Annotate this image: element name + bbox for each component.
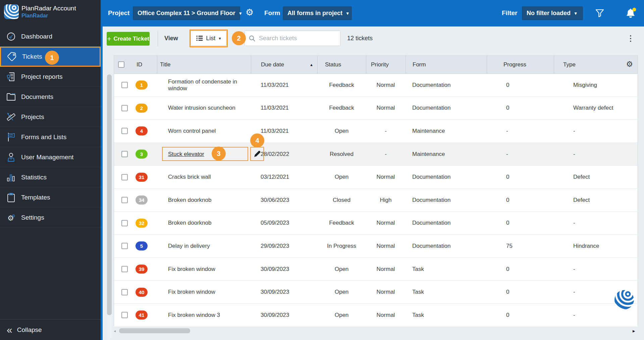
project-settings-gear-icon[interactable]: ⚙: [246, 8, 254, 17]
row-checkbox[interactable]: [121, 266, 128, 272]
column-header-type[interactable]: Type: [554, 56, 638, 73]
table-row[interactable]: 31 Cracks brick wall 03/12/2021 Open Nor…: [114, 166, 638, 189]
ticket-title[interactable]: Fix broken window: [168, 266, 215, 273]
create-ticket-button[interactable]: + Create Ticket: [107, 32, 150, 46]
ticket-form: Maintenance: [406, 143, 487, 166]
ticket-priority: Normal: [366, 212, 406, 235]
ticket-progress: -: [487, 120, 554, 143]
ticket-priority: -: [366, 120, 406, 143]
sidebar-item-tickets[interactable]: Tickets 1: [0, 47, 101, 67]
notifications-bell-icon[interactable]: [624, 7, 636, 20]
sidebar-item-dashboard[interactable]: Dashboard: [0, 26, 101, 47]
chevron-down-icon: ▾: [575, 11, 577, 16]
ticket-id-badge: 34: [136, 195, 148, 205]
ticket-form: Documentation: [406, 235, 487, 258]
filter-selector[interactable]: No filter loaded ▾: [522, 6, 583, 20]
vertical-scrollbar-thumb[interactable]: [107, 74, 112, 315]
ticket-title[interactable]: Delay in delivery: [168, 243, 210, 249]
ticket-status: Open: [317, 281, 366, 303]
scroll-left-arrow-icon[interactable]: ◂: [114, 329, 116, 333]
row-checkbox[interactable]: [121, 128, 128, 134]
ticket-title[interactable]: Water intrusion scuncheon: [168, 105, 235, 111]
planradar-logo-icon: [4, 4, 19, 20]
sidebar-item-projects[interactable]: Projects: [0, 107, 101, 127]
form-selector[interactable]: All forms in project ▾: [283, 6, 352, 20]
row-checkbox[interactable]: [121, 151, 128, 157]
view-mode-dropdown[interactable]: List ▾: [191, 31, 227, 46]
horizontal-scrollbar-thumb[interactable]: [119, 328, 190, 333]
sidebar-item-templates[interactable]: Templates: [0, 187, 101, 208]
row-checkbox[interactable]: [121, 243, 128, 249]
account-header[interactable]: PlanRadar Account PlanRadar: [0, 0, 101, 26]
table-row[interactable]: 32 Broken doorknob 05/09/2023 Feedback N…: [114, 212, 638, 235]
table-header: ID Title Due date ▲ Status Priority Form…: [114, 56, 638, 74]
table-row[interactable]: 3 Stuck elevator 28/02/2022 Resolved - M…: [114, 143, 638, 166]
project-selector[interactable]: Office Complex 11 > Ground Floor ▾: [133, 6, 240, 20]
select-all-checkbox[interactable]: [118, 61, 124, 68]
kebab-menu-icon[interactable]: [627, 32, 634, 45]
ticket-due-date: 11/03/2021: [251, 74, 317, 97]
account-subtitle: PlanRadar: [21, 13, 48, 19]
column-header-progress[interactable]: Progress: [487, 56, 554, 73]
table-row[interactable]: 1 Formation of condensate in window 11/0…: [114, 74, 638, 97]
ticket-title[interactable]: Stuck elevator: [168, 151, 204, 158]
gauge-icon: [6, 32, 16, 42]
row-checkbox[interactable]: [121, 174, 128, 180]
ticket-form: Documentation: [406, 97, 487, 120]
table-row[interactable]: 34 Broken doorknob 30/06/2023 Closed Hig…: [114, 189, 638, 212]
ticket-type: -: [554, 143, 638, 166]
row-checkbox[interactable]: [121, 312, 128, 318]
vertical-scrollbar[interactable]: [107, 74, 112, 340]
ticket-type: Misgiving: [554, 74, 638, 97]
sidebar-collapse-button[interactable]: « Collapse: [0, 319, 101, 340]
ticket-progress: 0: [487, 74, 554, 97]
ticket-id-badge: 32: [136, 219, 148, 228]
sidebar-item-label: Settings: [21, 214, 44, 221]
sidebar-item-label: Templates: [21, 194, 50, 201]
row-checkbox[interactable]: [121, 82, 128, 88]
edit-pencil-icon[interactable]: [252, 149, 262, 159]
ticket-priority: Normal: [366, 304, 406, 327]
ticket-title[interactable]: Broken doorknob: [168, 220, 211, 226]
column-settings-gear-icon[interactable]: ⚙: [626, 60, 633, 68]
ticket-progress: 0: [487, 189, 554, 212]
column-header-id[interactable]: ID: [133, 56, 157, 73]
row-checkbox[interactable]: [121, 197, 128, 203]
ticket-form: Documentation: [406, 74, 487, 97]
table-row[interactable]: 5 Delay in delivery 29/09/2023 In Progre…: [114, 235, 638, 258]
filter-label: Filter: [502, 9, 517, 17]
column-header-title[interactable]: Title: [157, 56, 251, 73]
sidebar-item-label: Dashboard: [21, 33, 52, 40]
sidebar-item-project-reports[interactable]: Project reports: [0, 67, 101, 87]
sidebar-item-documents[interactable]: Documents: [0, 87, 101, 107]
ticket-title[interactable]: Broken doorknob: [168, 197, 211, 204]
ticket-priority: Normal: [366, 235, 406, 258]
search-input[interactable]: [258, 35, 337, 42]
sidebar-item-forms-and-lists[interactable]: Forms and Lists: [0, 127, 101, 147]
ticket-title[interactable]: Fix broken window: [168, 289, 215, 295]
table-row[interactable]: 39 Fix broken window 30/09/2023 Open Nor…: [114, 258, 638, 281]
sidebar-item-statistics[interactable]: Statistics: [0, 167, 101, 187]
funnel-filter-icon[interactable]: [595, 9, 604, 19]
ticket-status: Resolved: [317, 143, 366, 166]
column-header-priority[interactable]: Priority: [366, 56, 406, 73]
ticket-title[interactable]: Worn control panel: [168, 128, 216, 134]
column-header-status[interactable]: Status: [317, 56, 366, 73]
row-checkbox[interactable]: [121, 289, 128, 295]
column-header-due-date[interactable]: Due date ▲: [251, 56, 317, 73]
table-row[interactable]: 2 Water intrusion scuncheon 11/03/2021 F…: [114, 97, 638, 120]
ticket-title[interactable]: Fix broken window 3: [168, 312, 220, 319]
horizontal-scrollbar[interactable]: ◂ ▸: [114, 328, 638, 335]
scroll-right-arrow-icon[interactable]: ▸: [633, 328, 635, 334]
sidebar-item-settings[interactable]: ⚙⚙ Settings: [0, 208, 101, 228]
ticket-title[interactable]: Formation of condensate in window: [168, 78, 251, 92]
ticket-count: 12 tickets: [347, 35, 373, 42]
table-row[interactable]: 41 Fix broken window 3 30/09/2023 Open N…: [114, 304, 638, 327]
column-header-form[interactable]: Form: [406, 56, 487, 73]
row-checkbox[interactable]: [121, 220, 128, 226]
ticket-title[interactable]: Cracks brick wall: [168, 174, 211, 180]
table-row[interactable]: 40 Fix broken window 30/09/2023 Open Nor…: [114, 281, 638, 304]
sidebar-item-user-management[interactable]: User Management: [0, 147, 101, 167]
table-row[interactable]: 4 Worn control panel 11/03/2021 Open - M…: [114, 120, 638, 143]
row-checkbox[interactable]: [121, 105, 128, 111]
